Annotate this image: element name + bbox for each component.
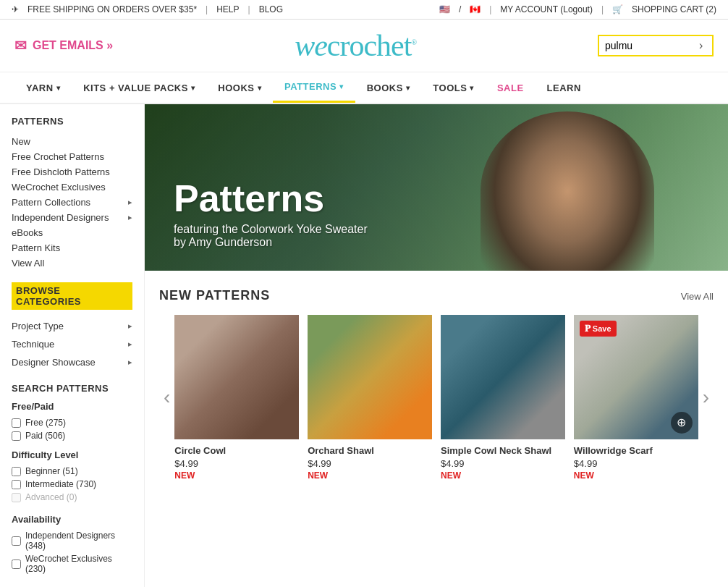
nav-yarn-label: YARN [26,83,54,93]
filter-project-type[interactable]: Project Type ▸ [12,317,132,335]
intermediate-checkbox[interactable] [12,480,21,489]
email-signup[interactable]: ✉ GET EMAILS » [14,37,113,54]
search-patterns-title: SEARCH PATTERNS [12,383,132,394]
top-bar-left: ✈ FREE SHIPPING ON ORDERS OVER $35* | HE… [12,4,283,14]
sidebar-link-collections[interactable]: Pattern Collections ▸ [12,195,132,210]
nav-item-learn[interactable]: LEARN [536,74,593,102]
checkbox-independent-designers[interactable]: Independent Designers (348) [12,529,132,552]
checkbox-free[interactable]: Free (275) [12,416,132,429]
product-image-orchard-shawl [308,315,432,439]
nav-item-tools[interactable]: TOOLS ▾ [421,74,486,102]
shipping-icon: ✈ [12,4,19,14]
wecrochet-exclusives-checkbox[interactable] [12,559,21,569]
nav-hooks-arrow: ▾ [258,84,262,92]
nav-patterns-arrow: ▾ [339,83,344,90]
help-link[interactable]: HELP [216,4,239,14]
nav-item-sale[interactable]: SALE [486,74,536,102]
section-header: NEW PATTERNS View All [159,288,714,303]
product-price-simple-cowl: $4.99 [441,458,565,469]
independent-designers-checkbox[interactable] [12,536,21,546]
search-input[interactable] [605,40,699,51]
checkbox-wecrochet-exclusives[interactable]: WeCrochet Exclusives (230) [12,552,132,575]
hero-text: Patterns featuring the Colorwork Yoke Sw… [174,180,368,249]
nav-item-kits[interactable]: KITS + VALUE PACKS ▾ [72,74,206,102]
search-button[interactable]: › [699,39,703,52]
filter-technique[interactable]: Technique ▸ [12,335,132,353]
paid-label: Paid (506) [25,431,65,441]
checkbox-intermediate[interactable]: Intermediate (730) [12,478,132,491]
nav-item-books[interactable]: BOOKS ▾ [355,74,422,102]
save-badge-willowridge[interactable]: 𝐏 Save [580,321,617,337]
nav-item-hooks[interactable]: HOOKS ▾ [206,74,273,102]
product-card-simple-cowl[interactable]: Simple Cowl Neck Shawl $4.99 NEW [441,315,565,481]
sidebar-patterns-section: PATTERNS New Free Crochet Patterns Free … [12,116,132,271]
product-badge-orchard-shawl: NEW [308,470,432,481]
nav-hooks-label: HOOKS [218,83,254,93]
nav-yarn-arrow: ▾ [56,84,61,92]
free-checkbox[interactable] [12,418,21,428]
product-card-circle-cowl[interactable]: Circle Cowl $4.99 NEW [174,315,299,481]
product-image-circle-cowl [174,315,299,439]
sidebar-link-free-dishcloth[interactable]: Free Dishcloth Patterns [12,164,132,180]
hero-subtitle-line1: featuring the Colorwork Yoke Sweater [174,223,368,236]
logo[interactable]: wecrochet® [295,28,416,63]
quick-shop-icon: ⊕ [677,415,686,429]
chevron-technique-icon: ▸ [128,339,132,349]
carousel-prev-button[interactable]: ‹ [159,386,174,409]
checkbox-beginner[interactable]: Beginner (51) [12,465,132,478]
account-link[interactable]: MY ACCOUNT (Logout) [500,4,593,14]
product-card-orchard-shawl[interactable]: Orchard Shawl $4.99 NEW [308,315,432,481]
product-badge-circle-cowl: NEW [174,470,299,481]
cart-icon: 🛒 [612,4,623,14]
blog-link[interactable]: BLOG [259,4,283,14]
hero-subtitle-line2: by Amy Gunderson [174,236,368,249]
view-all-link[interactable]: View All [681,291,714,302]
sidebar-search-section: SEARCH PATTERNS Free/Paid Free (275) Pai… [12,383,132,575]
checkbox-advanced: Advanced (0) [12,491,132,504]
sidebar-link-view-all[interactable]: View All [12,256,132,271]
cart-link[interactable]: SHOPPING CART (2) [632,4,716,14]
sidebar-browse-section: BROWSE CATEGORIES Project Type ▸ Techniq… [12,282,132,371]
product-thumbnail-simple-cowl [441,315,565,439]
carousel-next-button[interactable]: › [698,386,714,409]
product-name-simple-cowl: Simple Cowl Neck Shawl [441,445,565,456]
sidebar-link-ebooks[interactable]: eBooks [12,225,132,240]
sidebar-link-exclusives[interactable]: WeCrochet Exclusives [12,180,132,195]
flag-ca: 🇨🇦 [470,4,481,14]
top-bar-right: 🇺🇸 / 🇨🇦 | MY ACCOUNT (Logout) | 🛒 SHOPPI… [439,4,716,14]
sidebar-link-free-crochet[interactable]: Free Crochet Patterns [12,149,132,164]
quick-shop-button-willowridge[interactable]: ⊕ [671,412,693,434]
main-nav: YARN ▾ KITS + VALUE PACKS ▾ HOOKS ▾ PATT… [0,72,728,104]
main-content: Patterns featuring the Colorwork Yoke Sw… [145,104,728,587]
nav-patterns-label: PATTERNS [284,81,337,92]
paid-checkbox[interactable] [12,431,21,441]
logo-trademark: ® [411,38,416,46]
shipping-text: FREE SHIPPING ON ORDERS OVER $35* [27,4,197,14]
wecrochet-exclusives-label: WeCrochet Exclusives (230) [25,554,132,574]
nav-item-yarn[interactable]: YARN ▾ [14,74,72,102]
logo-we: we [295,29,327,62]
beginner-label: Beginner (51) [25,466,78,476]
logo-crochet: crochet [327,29,412,62]
product-card-willowridge[interactable]: 𝐏 Save ⊕ Willowridge Scarf $4.99 NEW [574,315,698,481]
beginner-checkbox[interactable] [12,467,21,476]
chevron-independent-icon: ▸ [128,213,132,222]
browse-categories-title: BROWSE CATEGORIES [12,282,132,310]
free-paid-title: Free/Paid [12,401,132,412]
availability-title: Availability [12,514,132,525]
product-image-simple-cowl [441,315,565,439]
free-label: Free (275) [25,418,66,428]
sidebar-link-new[interactable]: New [12,134,132,149]
chevron-collections-icon: ▸ [128,198,132,207]
sidebar-link-kits[interactable]: Pattern Kits [12,240,132,256]
sidebar-link-independent[interactable]: Independent Designers ▸ [12,210,132,225]
nav-tools-label: TOOLS [433,83,467,93]
nav-kits-label: KITS + VALUE PACKS [83,83,188,93]
nav-item-patterns[interactable]: PATTERNS ▾ [273,72,355,103]
section-title: NEW PATTERNS [159,288,270,303]
checkbox-paid[interactable]: Paid (506) [12,429,132,442]
search-box[interactable]: › [598,35,714,56]
filter-designer-showcase[interactable]: Designer Showcase ▸ [12,353,132,371]
chevron-project-icon: ▸ [128,321,132,331]
product-price-circle-cowl: $4.99 [174,458,299,469]
